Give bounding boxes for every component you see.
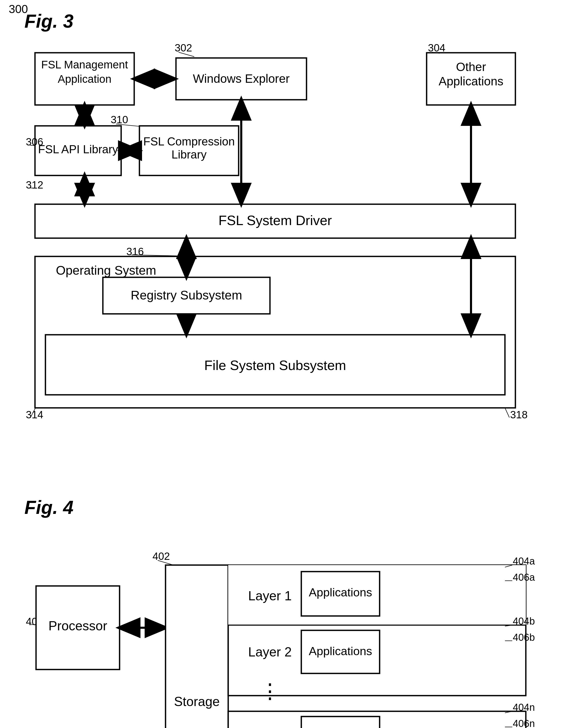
svg-text:318: 318 bbox=[510, 409, 528, 420]
svg-text:Applications: Applications bbox=[438, 75, 503, 88]
svg-text:Applications: Applications bbox=[309, 586, 372, 599]
svg-text:Windows Explorer: Windows Explorer bbox=[193, 72, 290, 85]
fig4-title: Fig. 4 bbox=[24, 497, 74, 518]
svg-text:406b: 406b bbox=[513, 632, 535, 643]
svg-text:402: 402 bbox=[152, 551, 170, 562]
fig4-diagram: Fig. 4 400 Processor 402 Storage La bbox=[24, 497, 547, 728]
svg-text:406a: 406a bbox=[513, 572, 535, 583]
svg-text:Applications: Applications bbox=[309, 644, 372, 658]
svg-text:Other: Other bbox=[456, 60, 486, 74]
svg-rect-80 bbox=[301, 717, 380, 728]
svg-text:Library: Library bbox=[171, 148, 207, 161]
svg-text:FSL Management: FSL Management bbox=[41, 58, 128, 71]
svg-text:Storage: Storage bbox=[174, 694, 220, 709]
fig3-diagram: Fig. 3 300 FSL Management Application Wi… bbox=[24, 10, 547, 460]
svg-text:304: 304 bbox=[428, 42, 445, 53]
svg-text:⋮: ⋮ bbox=[259, 680, 280, 703]
svg-text:404a: 404a bbox=[513, 556, 535, 567]
svg-text:Application: Application bbox=[58, 73, 111, 85]
svg-text:316: 316 bbox=[126, 246, 144, 257]
svg-text:302: 302 bbox=[175, 42, 192, 53]
svg-text:406n: 406n bbox=[513, 718, 535, 728]
svg-text:404b: 404b bbox=[513, 616, 535, 627]
svg-text:Processor: Processor bbox=[48, 619, 107, 633]
svg-text:306: 306 bbox=[26, 136, 43, 147]
fig3-svg: FSL Management Application Windows Explo… bbox=[24, 42, 547, 460]
svg-text:314: 314 bbox=[26, 409, 43, 420]
svg-text:FSL System Driver: FSL System Driver bbox=[218, 213, 332, 228]
svg-text:404n: 404n bbox=[513, 702, 535, 713]
ref-300: 300 bbox=[9, 3, 28, 16]
svg-text:310: 310 bbox=[111, 114, 128, 125]
svg-text:Operating System: Operating System bbox=[56, 263, 156, 277]
svg-text:Layer 2: Layer 2 bbox=[248, 645, 292, 659]
svg-text:FSL API Library: FSL API Library bbox=[38, 143, 118, 156]
svg-line-36 bbox=[505, 408, 509, 417]
fig3-title: Fig. 3 bbox=[24, 11, 74, 32]
svg-text:312: 312 bbox=[26, 179, 43, 191]
fig4-svg: 400 Processor 402 Storage Layer 1 Applic… bbox=[24, 528, 547, 728]
svg-text:Layer 1: Layer 1 bbox=[248, 589, 292, 603]
svg-text:FSL Compression: FSL Compression bbox=[143, 135, 235, 148]
svg-text:File System Subsystem: File System Subsystem bbox=[204, 358, 346, 373]
svg-text:Registry Subsystem: Registry Subsystem bbox=[130, 288, 242, 302]
